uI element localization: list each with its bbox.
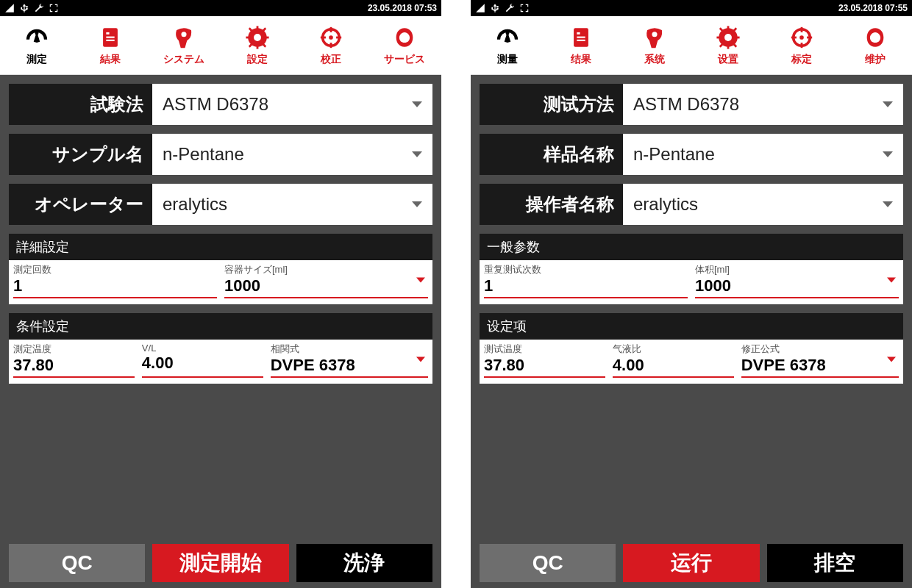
tab-calibration[interactable]: 标定 (765, 21, 838, 71)
target-icon (318, 25, 343, 50)
svg-rect-40 (791, 36, 797, 38)
svg-point-4 (181, 32, 186, 37)
sample-select[interactable]: n-Pentane (623, 134, 903, 175)
svg-rect-23 (577, 36, 585, 37)
container-size-field[interactable]: 容器サイズ[ml] 1000 (224, 263, 428, 298)
bottombar: QC 运行 排空 (471, 538, 912, 588)
tab-results[interactable]: 结果 (544, 21, 618, 71)
run-button[interactable]: 运行 (623, 544, 759, 582)
tab-label: 校正 (321, 53, 341, 66)
chevron-down-icon (416, 278, 425, 283)
vl-ratio-field[interactable]: V/L 4.00 (142, 343, 263, 378)
navtabs: 测量 结果 系统 设置 标定 维护 (471, 16, 912, 75)
tab-label: 結果 (100, 53, 121, 66)
sublabel: 体积[ml] (695, 263, 899, 276)
chevron-down-icon (883, 101, 893, 107)
tab-label: 測定 (26, 53, 47, 66)
temperature-field[interactable]: 測定温度 37.80 (13, 343, 135, 378)
wrench-icon (505, 3, 515, 13)
subvalue: 4.00 (613, 356, 734, 375)
signal-icon (475, 3, 485, 13)
gauge-icon (495, 25, 520, 50)
gauge-icon (24, 25, 49, 50)
chevron-down-icon (412, 151, 422, 157)
svg-rect-8 (257, 44, 259, 49)
svg-rect-19 (321, 36, 326, 38)
svg-point-6 (254, 34, 261, 41)
correlation-field[interactable]: 相関式 DVPE 6378 (271, 343, 428, 378)
tab-measure[interactable]: 測定 (0, 21, 74, 71)
tab-results[interactable]: 結果 (74, 21, 147, 71)
system-icon (642, 25, 667, 50)
sample-select[interactable]: n-Pentane (152, 134, 432, 175)
sublabel: 測定温度 (13, 343, 135, 356)
sample-value: n-Pentane (163, 144, 244, 165)
section-header: 设定项 (480, 313, 903, 340)
chevron-down-icon (883, 151, 893, 157)
method-select[interactable]: ASTM D6378 (152, 84, 432, 125)
qc-button[interactable]: QC (9, 544, 145, 582)
usb-icon (19, 3, 29, 13)
correlation-field[interactable]: 修正公式 DVPE 6378 (741, 343, 899, 378)
run-button[interactable]: 測定開始 (152, 544, 288, 582)
svg-rect-39 (801, 43, 803, 48)
tab-label: 系统 (644, 53, 665, 66)
svg-rect-1 (106, 32, 109, 34)
statusbar: 23.05.2018 07:53 (0, 0, 441, 16)
tab-settings[interactable]: 設定 (221, 21, 294, 71)
operator-select[interactable]: eralytics (152, 184, 432, 225)
sublabel: 測定回数 (13, 263, 217, 276)
svg-rect-18 (330, 43, 332, 48)
bottombar: QC 測定開始 洗浄 (0, 538, 441, 588)
tab-calibration[interactable]: 校正 (294, 21, 368, 71)
status-time: 23.05.2018 07:55 (838, 3, 908, 13)
tab-service[interactable]: サービス (368, 21, 441, 71)
sample-label: サンプル名 (9, 134, 152, 175)
sublabel: 气液比 (613, 343, 734, 356)
svg-rect-9 (246, 36, 250, 38)
service-icon (392, 25, 417, 50)
tab-settings[interactable]: 设置 (691, 21, 765, 71)
spacer (9, 392, 432, 529)
status-icons (4, 3, 59, 13)
chevron-down-icon (412, 201, 422, 207)
svg-point-25 (652, 32, 657, 37)
rinse-button[interactable]: 排空 (767, 544, 903, 582)
tab-label: システム (163, 53, 204, 66)
svg-rect-31 (735, 36, 740, 38)
tab-service[interactable]: 维护 (838, 21, 912, 71)
signal-icon (4, 3, 15, 13)
chevron-down-icon (883, 201, 893, 207)
method-select[interactable]: ASTM D6378 (623, 84, 903, 125)
sample-row: 样品名称 n-Pentane (480, 134, 903, 175)
chevron-down-icon (887, 278, 896, 283)
operator-select[interactable]: eralytics (623, 184, 903, 225)
vl-ratio-field[interactable]: 气液比 4.00 (613, 343, 734, 378)
wrench-icon (34, 3, 44, 13)
tab-label: 维护 (865, 53, 886, 66)
svg-rect-24 (577, 39, 585, 40)
tab-system[interactable]: 系统 (618, 21, 691, 71)
subvalue: 4.00 (142, 354, 263, 373)
main-body: 試験法 ASTM D6378 サンプル名 n-Pentane オペレーター er… (0, 75, 441, 538)
svg-rect-38 (801, 26, 803, 32)
tab-system[interactable]: システム (147, 21, 221, 71)
container-size-field[interactable]: 体积[ml] 1000 (695, 263, 899, 298)
chevron-down-icon (412, 101, 422, 107)
tab-measure[interactable]: 测量 (471, 21, 544, 71)
tab-label: 结果 (571, 53, 591, 66)
rinse-button[interactable]: 洗浄 (296, 544, 432, 582)
subvalue: 1 (484, 276, 688, 295)
operator-row: 操作者名称 eralytics (480, 184, 903, 225)
method-value: ASTM D6378 (633, 94, 739, 115)
expand-icon (519, 3, 530, 13)
subvalue: DVPE 6378 (741, 356, 899, 375)
svg-rect-20 (336, 36, 341, 38)
svg-rect-17 (330, 26, 332, 32)
repeat-count-field[interactable]: 測定回数 1 (13, 263, 217, 298)
repeat-count-field[interactable]: 重复测试次数 1 (484, 263, 688, 298)
qc-button[interactable]: QC (480, 544, 616, 582)
method-value: ASTM D6378 (163, 94, 268, 115)
temperature-field[interactable]: 测试温度 37.80 (484, 343, 605, 378)
usb-icon (490, 3, 500, 13)
